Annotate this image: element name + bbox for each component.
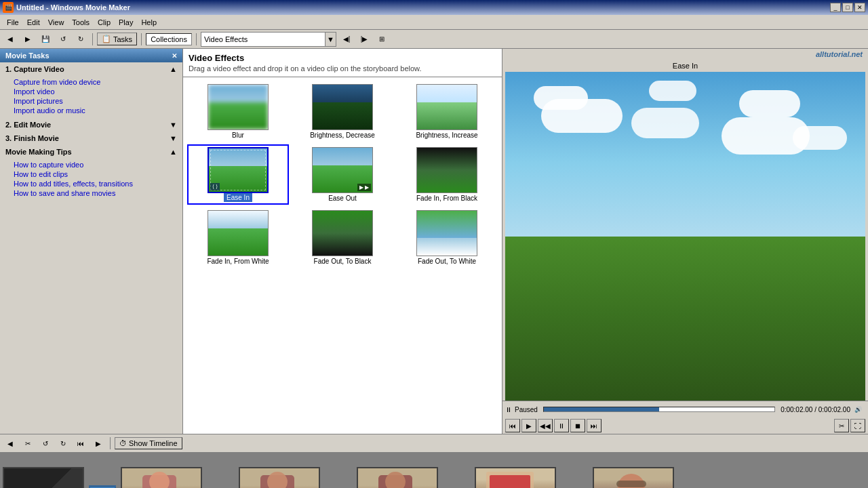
transition-4[interactable] (439, 472, 473, 489)
link-save-tip[interactable]: How to save and share movies (11, 188, 182, 198)
transition-1[interactable] (85, 472, 119, 489)
preview-home-button[interactable]: ⏮ (505, 419, 520, 432)
preview-stop-button[interactable]: ⏹ (570, 419, 585, 432)
show-timeline-button[interactable]: ⏱ Show Timeline (115, 437, 182, 449)
transition-5[interactable] (557, 472, 591, 489)
title-bar: 🎬 Untitled - Windows Movie Maker _ □ ✕ (0, 0, 868, 15)
clip-1-thumb[interactable] (121, 467, 202, 489)
separator-1 (92, 33, 93, 45)
preview-pause-button[interactable]: ⏸ (554, 419, 569, 432)
storyboard-redo-btn[interactable]: ↻ (56, 436, 71, 451)
clip-0-thumb[interactable] (3, 467, 84, 489)
link-import-pictures[interactable]: Import pictures (11, 96, 182, 106)
close-button[interactable]: ✕ (854, 3, 865, 12)
storyboard-back-btn[interactable]: ◀ (3, 436, 18, 451)
movie-tasks-header: Movie Tasks ✕ (0, 49, 182, 62)
logo-text: alltutorial.net (816, 50, 863, 58)
cloud-3 (631, 108, 699, 138)
toolbar-undo[interactable]: ↺ (56, 32, 71, 47)
effect-blur[interactable]: Blur (189, 83, 288, 140)
menu-help[interactable]: Help (137, 17, 161, 28)
preview-sky (505, 72, 865, 253)
storyboard-play-btn[interactable]: ▶ (91, 436, 106, 451)
transition-3[interactable] (321, 472, 355, 489)
collections-button[interactable]: Collections (146, 33, 192, 45)
menu-edit[interactable]: Edit (23, 17, 44, 28)
effect-ease-in[interactable]: ⟨ ⟩ Ease In (189, 146, 288, 203)
effect-blur-label: Blur (232, 131, 244, 139)
toolbar-prev-cat[interactable]: ◀| (339, 32, 354, 47)
maximize-button[interactable]: □ (842, 3, 853, 12)
menu-file[interactable]: File (3, 17, 23, 28)
transition-2[interactable] (203, 472, 237, 489)
effect-ease-out[interactable]: ▶ ▶ Ease Out (293, 146, 392, 203)
section-3-number: 3. (5, 134, 14, 142)
effect-ease-in-label: Ease In (224, 193, 252, 202)
link-import-audio[interactable]: Import audio or music (11, 106, 182, 115)
section-finish-header[interactable]: 3. Finish Movie ▼ (0, 131, 182, 145)
section-tips-header[interactable]: Movie Making Tips ▲ (0, 145, 182, 159)
effect-brightness-decrease[interactable]: Brightness, Decrease (293, 83, 392, 140)
section-tips-label: Movie Making Tips (5, 148, 72, 156)
section-edit-header[interactable]: 2. Edit Movie ▼ (0, 118, 182, 131)
effect-brightness-decrease-label: Brightness, Decrease (310, 131, 375, 139)
effect-brightness-increase-label: Brightness, Increase (416, 131, 477, 139)
section-1-number: 1. (5, 65, 14, 73)
preview-video (505, 72, 865, 401)
dropdown-arrow[interactable]: ▼ (325, 33, 336, 46)
effect-fade-out-white[interactable]: Fade Out, To White (397, 209, 496, 266)
menu-view[interactable]: View (44, 17, 68, 28)
tasks-button[interactable]: 📋 Tasks (97, 33, 137, 45)
window-controls[interactable]: _ □ ✕ (830, 3, 865, 12)
main-area: Movie Tasks ✕ 1. Capture Video ▲ Capture… (0, 49, 868, 434)
clip-4: ★ 4 (475, 467, 556, 489)
effect-fade-in-black[interactable]: Fade In, From Black (397, 146, 496, 203)
clip-3-thumb[interactable] (357, 467, 438, 489)
storyboard-area[interactable]: ★ ★ 1 (0, 453, 868, 488)
preview-rewind-button[interactable]: ◀◀ (538, 419, 553, 432)
menu-tools[interactable]: Tools (68, 17, 94, 28)
storyboard-scissors-btn[interactable]: ✂ (20, 436, 35, 451)
toolbar-redo[interactable]: ↻ (73, 32, 88, 47)
right-panel: alltutorial.net Ease In ⏸ Paused (502, 49, 868, 434)
clip-2-thumb[interactable] (239, 467, 320, 489)
effect-fade-in-white[interactable]: Fade In, From White (189, 209, 288, 266)
section-capture-content: Capture from video device Import video I… (0, 76, 182, 118)
toolbar-back[interactable]: ◀ (3, 32, 18, 47)
preview-end-button[interactable]: ⏭ (587, 419, 601, 432)
effects-dropdown[interactable]: Video Effects ▼ (201, 32, 336, 47)
section-capture-header[interactable]: 1. Capture Video ▲ (0, 62, 182, 76)
link-titles-tip[interactable]: How to add titles, effects, transitions (11, 179, 182, 188)
storyboard-prev-btn[interactable]: ⏮ (73, 436, 88, 451)
preview-fullscreen-button[interactable]: ⛶ (850, 419, 865, 432)
preview-volume-btn[interactable]: 🔊 (850, 403, 865, 415)
section-tips-content: How to capture video How to edit clips H… (0, 159, 182, 201)
preview-split-button[interactable]: ✂ (834, 419, 849, 432)
toolbar-forward[interactable]: ▶ (20, 32, 35, 47)
section-2-collapse-icon: ▼ (170, 121, 177, 129)
link-capture-video-tip[interactable]: How to capture video (11, 160, 182, 169)
panel-close-button[interactable]: ✕ (172, 52, 177, 60)
preview-controls-row: ⏸ Paused 0:00:02.00 / 0:00:02.00 🔊 (502, 401, 868, 418)
toolbar-view-toggle[interactable]: ⊞ (374, 32, 389, 47)
menu-play[interactable]: Play (115, 17, 137, 28)
menu-bar: File Edit View Tools Clip Play Help (0, 15, 868, 30)
link-edit-clips-tip[interactable]: How to edit clips (11, 169, 182, 179)
menu-clip[interactable]: Clip (94, 17, 115, 28)
preview-seekbar[interactable] (543, 407, 775, 412)
clip-4-thumb[interactable] (475, 467, 556, 489)
clip-5-thumb[interactable] (593, 467, 674, 489)
preview-icon: ⏸ (505, 406, 512, 413)
toolbar-save[interactable]: 💾 (38, 32, 53, 47)
clip-3: ★ 3 (357, 467, 438, 489)
link-capture-device[interactable]: Capture from video device (11, 77, 182, 87)
preview-play-button[interactable]: ▶ (521, 419, 536, 432)
storyboard-undo-btn[interactable]: ↺ (38, 436, 53, 451)
preview-ground (505, 237, 865, 401)
effect-fade-out-black[interactable]: Fade Out, To Black (293, 209, 392, 266)
minimize-button[interactable]: _ (830, 3, 841, 12)
toolbar-next-cat[interactable]: |▶ (357, 32, 372, 47)
link-import-video[interactable]: Import video (11, 87, 182, 96)
tasks-icon: 📋 (102, 35, 111, 43)
effect-brightness-increase[interactable]: Brightness, Increase (397, 83, 496, 140)
